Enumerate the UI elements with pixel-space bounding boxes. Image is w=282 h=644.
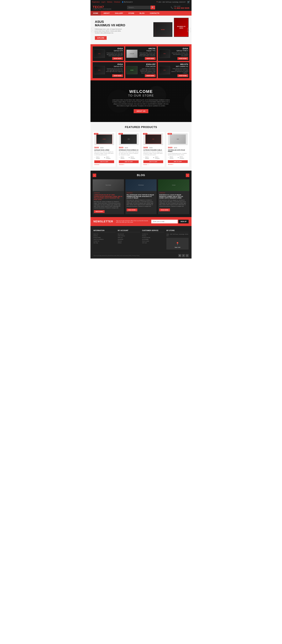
compare-label-1[interactable]: Add to compare	[130, 156, 139, 159]
compare-label-2[interactable]: Add to compare	[155, 156, 163, 159]
footer-link-terms[interactable]: Terms & Conditions	[93, 239, 116, 240]
footer-link-about[interactable]: About Us	[93, 234, 116, 235]
footer-link-myaccount[interactable]: My Account	[118, 234, 140, 235]
search-input[interactable]	[127, 6, 151, 9]
featured-price-old-0: $599	[100, 147, 104, 148]
wishlist-icon-1[interactable]: ♡	[119, 157, 120, 158]
featured-actions-1: ♡ Add to wishlist ⊞ Add to compare	[119, 156, 139, 159]
wishlist-icon-3[interactable]: ♡	[168, 157, 169, 158]
delivery-link[interactable]: Delivery	[107, 1, 112, 3]
featured-price-row-2: $689 $599	[143, 146, 163, 149]
footer-link-recalls[interactable]: Product Recalls	[142, 237, 164, 238]
nav-home[interactable]: HOME	[90, 11, 101, 16]
footer-link-affiliate[interactable]: Affiliate	[118, 242, 140, 244]
newsletter-text: Sign up to get exclusive offers from our…	[116, 220, 148, 223]
compare-icon-3[interactable]: ⊞	[178, 157, 179, 158]
blog-body-1: 10/09/2015 PELLENTESQUE VITAE TORTOR ID …	[125, 191, 157, 212]
registration-link[interactable]: Registration	[92, 1, 100, 3]
read-more-button-1[interactable]: READ MORE	[127, 208, 137, 211]
compare-label-3[interactable]: Add to compare	[180, 156, 188, 159]
footer-link-accessibility[interactable]: Accessibility	[142, 239, 164, 240]
facebook-icon[interactable]: f	[182, 254, 185, 257]
blog-section: ‹ BLOG › Tech Work 10/09/2015 LOREM IPSU…	[90, 171, 192, 217]
hero-prev-button[interactable]: ‹	[91, 28, 95, 32]
footer-link-sitemap[interactable]: Site Map	[93, 242, 116, 244]
nav-store[interactable]: STORE	[126, 11, 137, 16]
add-to-cart-button-0[interactable]: ADD TO CART	[94, 160, 114, 163]
blog-post-title-2: MAECENAS AC LACUS UT NEQUE RHONCUS LAORE…	[159, 194, 188, 199]
add-to-cart-button-3[interactable]: ADD TO CART	[168, 160, 188, 163]
about-us-button[interactable]: ABOUT US	[134, 109, 148, 113]
footer-col-store: MY STORE 9863 - 9867 Mill Road, Cambridg…	[166, 230, 189, 250]
footer-col-account: MY ACCOUNT My Account Order History Wish…	[118, 230, 140, 250]
wishlist-label-0[interactable]: Add to wishlist	[96, 156, 103, 159]
shop-now-button-4[interactable]: SHOP NOW!	[145, 74, 156, 77]
featured-product-0: SALE MOBO $689 $599 QUISQUE DIAM LOREM N…	[93, 132, 116, 167]
login-link[interactable]: Log In	[101, 1, 105, 3]
wishlist-icon-2[interactable]: ♡	[143, 157, 144, 158]
blog-next-button[interactable]: ›	[186, 174, 189, 177]
blog-date-2: 10/09/2015	[159, 192, 188, 194]
wishlist-icon-0[interactable]: ♡	[94, 157, 95, 158]
shop-now-button-3[interactable]: SHOP NOW!	[112, 74, 123, 77]
cart-icon[interactable]: 🛒	[187, 0, 190, 4]
compare-icon-1[interactable]: ⊞	[129, 157, 130, 158]
footer-link-privacy[interactable]: Privacy Policy	[93, 237, 116, 238]
wishlist-label-1[interactable]: Add to wishlist	[121, 156, 128, 159]
nav-contacts[interactable]: CONTACTS	[147, 11, 162, 16]
add-to-cart-button-2[interactable]: ADD TO CART	[143, 160, 163, 163]
explore-button[interactable]: EXPLORE	[95, 36, 107, 40]
wishlist-label-2[interactable]: Add to wishlist	[145, 156, 152, 159]
checkout-link[interactable]: Checkout	[114, 1, 120, 3]
nav-gallery[interactable]: GALLERY	[112, 11, 126, 16]
featured-img-3: SSD	[168, 133, 188, 145]
add-to-cart-button-1[interactable]: ADD TO CART	[119, 160, 139, 163]
product-desc-1: Donec justo tellus, tincidunt vitae pell…	[138, 52, 156, 56]
blog-post-title-1: PELLENTESQUE VITAE TORTOR ID NEQUE FERME…	[127, 194, 156, 199]
footer-link-gift[interactable]: Gift Card	[142, 242, 164, 244]
read-more-button-0[interactable]: READ MORE	[94, 210, 105, 213]
hero-box-image: MAXIMUS VII HERO	[174, 18, 189, 37]
shop-now-button-5[interactable]: SHOP NOW!	[177, 74, 188, 77]
blog-image-1: PCB Work	[125, 179, 157, 191]
newsletter-signup-button[interactable]: SIGN UP	[178, 220, 189, 224]
newsletter-email-input[interactable]	[151, 220, 178, 224]
footer-link-newsletter[interactable]: Newsletter	[118, 239, 140, 240]
hero-section: ‹ ASUS MAXIMUS VII HERO Pellentesque nun…	[90, 16, 192, 44]
featured-products-section: FEATURED PRODUCTS SALE MOBO $689 $599 QU…	[90, 122, 192, 171]
footer-link-wishlist[interactable]: Wish List	[118, 237, 140, 238]
wishlist-label-3[interactable]: Add to wishlist	[170, 156, 177, 159]
blog-prev-button[interactable]: ‹	[93, 174, 96, 177]
twitter-icon[interactable]: t	[186, 254, 189, 257]
footer-link-contact[interactable]: Contact Us	[93, 240, 116, 242]
footer-col-title-1: MY ACCOUNT	[118, 230, 140, 232]
footer-link-orders[interactable]: Order History	[118, 235, 140, 236]
phone-icon: 📞	[171, 6, 173, 9]
shop-now-button-0[interactable]: SHOP NOW!	[112, 57, 123, 60]
skype-icon[interactable]: S	[178, 254, 181, 257]
blog-post-1: PCB Work 10/09/2015 PELLENTESQUE VITAE T…	[125, 179, 157, 214]
shop-now-button-1[interactable]: SHOP NOW!	[145, 57, 156, 60]
hero-next-button[interactable]: ›	[187, 28, 191, 32]
product-name-5: MSI GTX980Ti GAMING 6G	[171, 63, 188, 68]
sale-badge-1: SALE	[119, 133, 123, 134]
account-dropdown[interactable]: 👤 My Account ▾	[122, 1, 133, 3]
read-more-button-2[interactable]: READ MORE	[159, 208, 170, 211]
footer-link-delivery[interactable]: Delivery	[93, 235, 116, 236]
footer-link-returns[interactable]: Returns	[118, 240, 140, 242]
welcome-section: WELCOME TO OUR STORE Lorem ipsum dolor s…	[90, 80, 192, 122]
shop-now-button-2[interactable]: SHOP NOW!	[177, 57, 188, 60]
nav-blog[interactable]: BLOG	[137, 11, 147, 16]
nav-about[interactable]: ABOUT	[101, 11, 112, 16]
compare-icon-0[interactable]: ⊞	[104, 157, 105, 158]
shop-product-4: MOBO EVGA-Z97FTW LGA1150 Nulam eget vive…	[125, 62, 157, 78]
footer-link-returns2[interactable]: Returns	[142, 235, 164, 236]
compare-label-0[interactable]: Add to compare	[106, 156, 114, 159]
footer-link-store[interactable]: Store Locator	[142, 240, 164, 242]
compare-icon-2[interactable]: ⊞	[153, 157, 154, 158]
footer-link-contact-us[interactable]: Contact Us	[142, 234, 164, 235]
product-desc-5: nulam laoreet viverra eleifend a. Nam la…	[171, 68, 188, 74]
search-button[interactable]: 🔍	[151, 6, 155, 10]
phone-number: +1 800 503 5035	[174, 7, 190, 9]
welcome-heading: WELCOME	[129, 89, 153, 94]
